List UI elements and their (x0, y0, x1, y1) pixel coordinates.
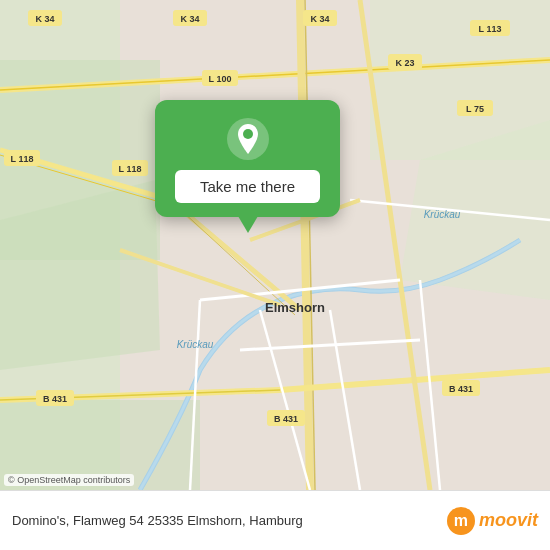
info-bar: Domino's, Flamweg 54 25335 Elmshorn, Ham… (0, 490, 550, 550)
svg-text:K 34: K 34 (310, 14, 329, 24)
moovit-logo-mark: m (447, 507, 475, 535)
svg-text:K 23: K 23 (395, 58, 414, 68)
svg-text:Elmshorn: Elmshorn (265, 300, 325, 315)
svg-text:L 113: L 113 (479, 24, 502, 34)
svg-text:L 75: L 75 (466, 104, 484, 114)
svg-text:Krückau: Krückau (424, 209, 461, 220)
svg-text:B 431: B 431 (43, 394, 67, 404)
svg-text:Krückau: Krückau (177, 339, 214, 350)
location-text: Domino's, Flamweg 54 25335 Elmshorn, Ham… (12, 513, 447, 528)
svg-text:L 100: L 100 (209, 74, 232, 84)
map-container: K 34 K 34 K 34 K 23 L 113 L 100 L 75 L 1… (0, 0, 550, 490)
take-me-there-button[interactable]: Take me there (175, 170, 320, 203)
osm-attribution: © OpenStreetMap contributors (4, 474, 134, 486)
moovit-logo-text: moovit (479, 510, 538, 531)
svg-text:B 431: B 431 (274, 414, 298, 424)
moovit-logo: m moovit (447, 507, 538, 535)
popup-card: Take me there (155, 100, 340, 217)
svg-point-56 (243, 129, 253, 139)
svg-text:L 118: L 118 (119, 164, 142, 174)
svg-text:B 431: B 431 (449, 384, 473, 394)
svg-text:K 34: K 34 (180, 14, 199, 24)
location-pin-icon (227, 118, 269, 160)
svg-text:L 118: L 118 (11, 154, 34, 164)
svg-text:K 34: K 34 (35, 14, 54, 24)
